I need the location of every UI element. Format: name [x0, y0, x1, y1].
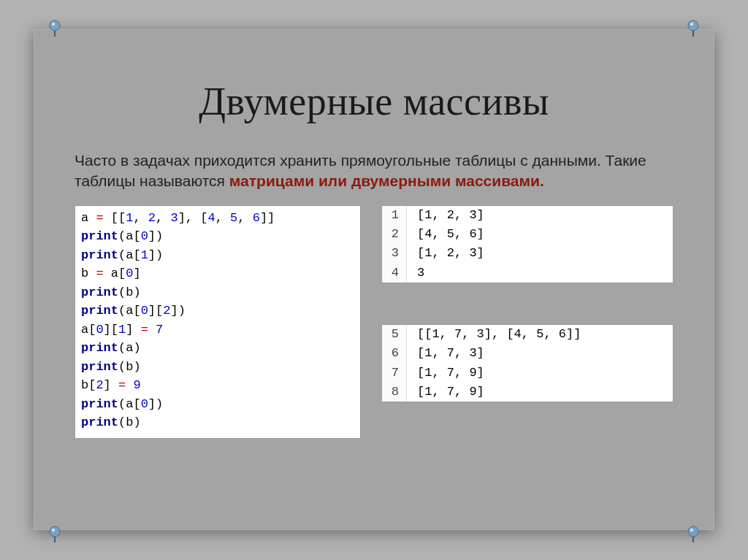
output-row: 8[1, 7, 9]	[382, 383, 673, 402]
svg-point-6	[50, 526, 60, 537]
output-row: 1[1, 2, 3]	[382, 206, 673, 225]
code-line: b[2] = 9	[81, 376, 354, 395]
svg-point-0	[50, 20, 60, 31]
slide-title: Двумерные массивы	[75, 79, 673, 124]
output-row: 3[1, 2, 3]	[382, 244, 673, 263]
code-line: print(a[0])	[81, 227, 354, 246]
code-line: print(a[1])	[81, 246, 354, 265]
svg-point-4	[690, 23, 693, 26]
svg-point-3	[688, 20, 698, 31]
code-line: print(a[0][2])	[81, 302, 354, 321]
svg-point-7	[52, 529, 55, 532]
output-row: 6[1, 7, 3]	[382, 344, 673, 363]
slide: Двумерные массивы Часто в задачах приход…	[34, 29, 714, 530]
pushpin-icon	[44, 16, 66, 38]
intro-highlight: матрицами или двумерными массивами.	[229, 172, 544, 189]
output-row: 5[[1, 7, 3], [4, 5, 6]]	[382, 325, 673, 344]
code-line: print(a[0])	[81, 395, 354, 414]
output-column: 1[1, 2, 3] 2[4, 5, 6] 3[1, 2, 3] 43 5[[1…	[381, 205, 673, 403]
code-line: print(b)	[81, 283, 354, 302]
code-listing: a = [[1, 2, 3], [4, 5, 6]] print(a[0]) p…	[75, 205, 361, 439]
output-box-2: 5[[1, 7, 3], [4, 5, 6]] 6[1, 7, 3] 7[1, …	[381, 324, 673, 402]
code-line: a = [[1, 2, 3], [4, 5, 6]]	[81, 209, 354, 228]
code-line: print(b)	[81, 358, 354, 377]
output-box-1: 1[1, 2, 3] 2[4, 5, 6] 3[1, 2, 3] 43	[381, 205, 673, 283]
output-row: 7[1, 7, 9]	[382, 364, 673, 383]
pushpin-icon	[682, 522, 704, 544]
svg-point-10	[690, 529, 693, 532]
code-line: b = a[0]	[81, 264, 354, 283]
output-row: 43	[382, 264, 673, 283]
svg-point-9	[688, 526, 698, 537]
svg-point-1	[52, 23, 55, 26]
code-line: a[0][1] = 7	[81, 321, 354, 340]
pushpin-icon	[682, 16, 704, 38]
pushpin-icon	[44, 522, 66, 544]
content-row: a = [[1, 2, 3], [4, 5, 6]] print(a[0]) p…	[75, 205, 673, 439]
output-row: 2[4, 5, 6]	[382, 225, 673, 244]
code-line: print(b)	[81, 413, 354, 432]
intro-paragraph: Часто в задачах приходится хранить прямо…	[75, 150, 673, 192]
code-line: print(a)	[81, 339, 354, 358]
